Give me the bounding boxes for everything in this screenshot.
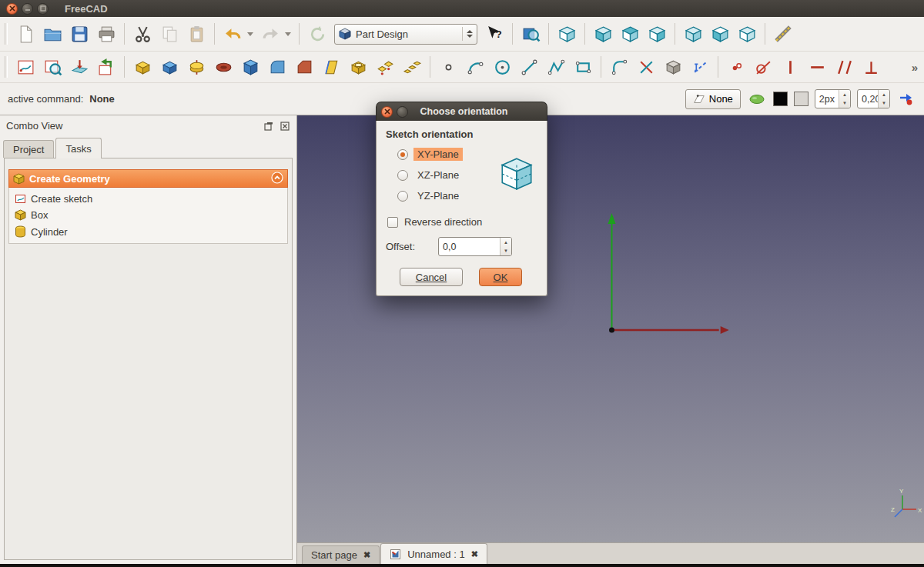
toolbar-overflow-button[interactable]: » (912, 61, 918, 74)
tab-close-icon[interactable]: ✖ (471, 549, 478, 559)
task-item-cylinder[interactable]: Cylinder (12, 225, 285, 238)
reverse-direction-row[interactable]: Reverse direction (387, 216, 537, 228)
rear-view-button[interactable] (680, 21, 706, 47)
line-color-swatch[interactable] (773, 92, 788, 106)
new-sketch-button[interactable] (12, 54, 38, 80)
ok-button[interactable]: OK (479, 268, 522, 286)
map-sketch-button[interactable] (66, 54, 92, 80)
edit-sketch-button[interactable] (39, 54, 65, 80)
bottom-view-button[interactable] (707, 21, 733, 47)
window-minimize-button[interactable] (22, 3, 33, 15)
text-scale-spinner[interactable]: 0,20 ▲▼ (857, 89, 890, 108)
offset-spinner[interactable]: 0,0 ▲▼ (438, 237, 512, 256)
groove-button[interactable] (210, 54, 236, 80)
toolbar-handle[interactable] (5, 56, 8, 78)
whats-this-button[interactable]: ? (481, 21, 507, 47)
task-item-box[interactable]: Box (12, 208, 285, 222)
undo-button[interactable] (219, 21, 246, 47)
window-maximize-button[interactable] (37, 3, 49, 15)
tab-start-page[interactable]: Start page ✖ (302, 545, 380, 564)
window-close-button[interactable] (6, 3, 18, 15)
reverse-direction-checkbox[interactable] (387, 217, 398, 228)
create-line-button[interactable] (516, 54, 542, 80)
new-document-icon (16, 25, 35, 44)
map-sketch-icon (70, 58, 89, 77)
chamfer-button[interactable] (291, 54, 317, 80)
right-view-button[interactable] (644, 21, 670, 47)
create-polyline-button[interactable] (543, 54, 569, 80)
constrain-parallel-button[interactable] (831, 54, 857, 80)
create-point-button[interactable] (435, 54, 461, 80)
measure-distance-button[interactable] (770, 21, 796, 47)
offset-label: Offset: (386, 241, 438, 252)
new-document-button[interactable] (12, 21, 38, 47)
constrain-perpendicular-button[interactable] (858, 54, 884, 80)
paste-button[interactable] (183, 21, 209, 47)
pocket-button[interactable] (156, 54, 182, 80)
radio-xz-plane[interactable] (397, 170, 408, 181)
face-color-swatch[interactable] (794, 92, 808, 106)
spinner-arrows-icon[interactable]: ▲▼ (500, 238, 511, 255)
constrain-vertical-button[interactable] (777, 54, 803, 80)
redo-dropdown-icon[interactable] (285, 32, 291, 36)
tab-tasks[interactable]: Tasks (55, 138, 101, 158)
constrain-horizontal-button[interactable] (804, 54, 830, 80)
dock-close-button[interactable] (280, 121, 290, 132)
additive-box-button[interactable] (237, 54, 263, 80)
axonometric-view-button[interactable] (554, 21, 580, 47)
line-width-spinner[interactable]: 2px ▲▼ (815, 89, 851, 108)
undo-dropdown-icon[interactable] (247, 32, 253, 36)
constrain-tangent-button[interactable] (750, 54, 776, 80)
fillet-button[interactable] (264, 54, 290, 80)
window-titlebar[interactable]: FreeCAD (0, 0, 924, 17)
tab-project[interactable]: Project (3, 140, 54, 158)
spinner-arrows-icon[interactable]: ▲▼ (878, 90, 889, 108)
dialog-aux-button[interactable] (397, 106, 408, 118)
draft-style-button[interactable] (747, 89, 767, 109)
task-item-create-sketch[interactable]: Create sketch (12, 192, 285, 205)
thickness-button[interactable] (345, 54, 371, 80)
create-arc-button[interactable] (462, 54, 488, 80)
refresh-button[interactable] (304, 21, 330, 47)
open-document-button[interactable] (39, 21, 65, 47)
radio-yz-plane[interactable] (397, 191, 408, 202)
workbench-selector[interactable]: Part Design (334, 24, 477, 45)
save-document-button[interactable] (66, 21, 92, 47)
radio-xy-plane[interactable] (397, 149, 408, 160)
left-view-button[interactable] (734, 21, 760, 47)
cut-button[interactable] (129, 21, 156, 47)
revolution-button[interactable] (183, 54, 209, 80)
constrain-coincident-button[interactable] (723, 54, 749, 80)
collapse-button[interactable] (271, 172, 283, 186)
tab-unnamed-document[interactable]: Unnamed : 1 ✖ (380, 543, 487, 564)
dock-float-button[interactable] (263, 121, 274, 132)
tab-close-icon[interactable]: ✖ (363, 550, 370, 560)
task-group-header[interactable]: Create Geometry (8, 169, 288, 188)
apply-style-button[interactable] (896, 89, 916, 109)
leave-sketch-button[interactable] (93, 54, 119, 80)
draft-button[interactable] (318, 54, 344, 80)
linear-pattern-button[interactable] (399, 54, 425, 80)
toolbar-handle[interactable] (5, 23, 8, 45)
create-rectangle-button[interactable] (570, 54, 596, 80)
combo-view-titlebar[interactable]: Combo View (0, 115, 296, 136)
copy-button[interactable] (156, 21, 182, 47)
working-plane-button[interactable]: None (685, 89, 741, 109)
create-circle-button[interactable] (489, 54, 515, 80)
bottom-view-icon (711, 25, 730, 44)
pad-button[interactable] (129, 54, 156, 80)
dialog-close-button[interactable] (381, 106, 393, 118)
front-view-button[interactable] (590, 21, 616, 47)
print-button[interactable] (93, 21, 119, 47)
mirrored-button[interactable] (372, 54, 398, 80)
sketch-fillet-button[interactable] (606, 54, 632, 80)
trim-edge-button[interactable] (633, 54, 659, 80)
top-view-button[interactable] (617, 21, 643, 47)
cancel-button[interactable]: Cancel (400, 268, 463, 286)
redo-button[interactable] (257, 21, 283, 47)
toggle-construction-button[interactable] (687, 54, 713, 80)
external-geometry-button[interactable] (660, 54, 686, 80)
fit-all-button[interactable] (517, 21, 544, 47)
spinner-arrows-icon[interactable]: ▲▼ (839, 90, 850, 108)
dialog-titlebar[interactable]: Choose orientation (376, 102, 547, 121)
